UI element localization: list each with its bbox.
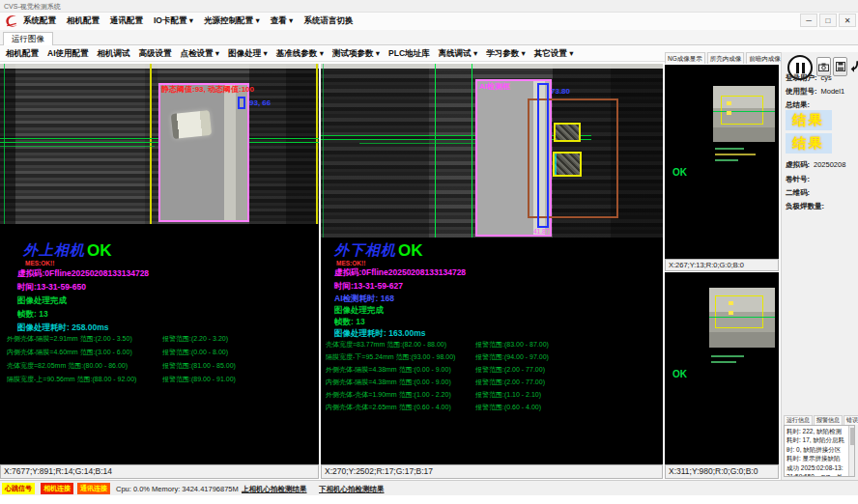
grid-line (323, 64, 324, 238)
image-top-band (0, 64, 319, 69)
measurement-row: 壳体宽度=82.05mm 范围:(80.00 - 86.00) 报警范围:(81… (7, 361, 316, 375)
thumbnail-view-bottom[interactable]: OK (665, 272, 779, 464)
alarm-range: 报警范围:(83.00 - 87.00) (475, 340, 549, 350)
comm-link-badge: 通讯连接 (77, 483, 110, 494)
thumbnail-tab[interactable]: 所亮内成像 (707, 52, 745, 64)
annotation-mark (711, 361, 736, 363)
grid-line (472, 64, 472, 238)
baseline (359, 143, 475, 144)
thumbnail-tab[interactable]: 前暗内成像 (746, 52, 784, 64)
reel-label: 卷针号: (786, 175, 810, 183)
roi-box (158, 83, 249, 222)
menu-item[interactable]: 查看 ▾ (271, 15, 294, 27)
result-badge-top: 结果 (786, 110, 832, 130)
minimize-button[interactable]: ─ (800, 14, 817, 27)
measurement-list: 壳体宽度=83.77mm 范围:(82.00 - 88.00) 报警范围:(83… (326, 340, 659, 415)
annotation-mark (715, 154, 756, 155)
toolbar-item[interactable]: 相机配置 (6, 48, 39, 60)
toolbar-item[interactable]: 学习参数 ▾ (486, 48, 526, 60)
toolbar-item[interactable]: 高级设置 (139, 48, 172, 60)
window-title: CVS-视觉检测系统 (4, 2, 61, 12)
lower-camera-result-link[interactable]: 下相机心拍检测结果 (319, 485, 385, 494)
measurement-value: 外侧壳体-隔膜=4.38mm 范围:(0.00 - 9.00) (326, 365, 451, 375)
pixel-readout-thumb-top: X:267;Y:13;R:0;G:0;B:0 (665, 259, 779, 271)
pixel-readout-thumb-bottom: X:311;Y:980;R:0;G:0;B:0 (665, 464, 779, 479)
toolbar-item[interactable]: 其它设置 ▾ (534, 48, 574, 60)
log-tab[interactable]: 报警信息 (814, 415, 843, 425)
pause-icon (796, 63, 799, 73)
camera-result-title: 外下相机OK (334, 241, 396, 260)
log-scrollbar[interactable] (848, 426, 854, 476)
measurement-list: 外侧壳体-隔膜=2.91mm 范围:(2.00 - 3.50) 报警范围:(2.… (7, 334, 316, 388)
reel-row: 卷针号: (786, 175, 814, 184)
camera-image-lower[interactable]: AI检测框 73.80 41.87 (321, 64, 663, 238)
thumbnail-view-top[interactable]: OK (665, 65, 779, 259)
defect-marker-box (553, 152, 582, 177)
toolbar-items: 相机配置AI使用配置相机调试高级设置点检设置 ▾图像处理 ▾基准线参数 ▾测试项… (6, 48, 573, 60)
thumbnail-tab[interactable]: NG成像显示 (665, 52, 705, 64)
alarm-range: 报警范围:(0.60 - 4.00) (475, 403, 541, 412)
toolbar-item[interactable]: AI使用配置 (47, 48, 89, 60)
qr-label: 二维码: (786, 188, 810, 197)
measurement-value: 壳体宽度=83.77mm 范围:(82.00 - 88.00) (326, 340, 446, 350)
annotation-mark (711, 355, 744, 357)
scrollbar-thumb[interactable] (850, 428, 854, 445)
connector-object (171, 110, 212, 139)
log-tabs: 运行信息报警信息错误信息 (784, 415, 858, 425)
toolbar-item[interactable]: 相机调试 (98, 48, 130, 60)
baseline (709, 317, 775, 318)
camera-name: 外下相机 (334, 241, 396, 258)
login-row: 登录用户:cys (786, 73, 832, 83)
toolbar-item[interactable]: 测试项参数 ▾ (332, 48, 380, 60)
camera-link-badge: 相机连接 (41, 483, 73, 494)
menu-item[interactable]: 通讯配置 (110, 15, 143, 27)
measurement-row: 外侧壳体-隔膜=2.91mm 范围:(2.00 - 3.50) 报警范围:(2.… (7, 334, 316, 348)
model-row: 使用型号:Model1 (786, 87, 844, 97)
maximize-button[interactable]: □ (819, 14, 837, 27)
neg-weld-row: 负极焊数量: (786, 202, 828, 211)
menubar: 系统配置相机配置通讯配置IO卡配置 ▾光源控制配置 ▾查看 ▾系统语言切换 ─ … (0, 13, 858, 30)
toolbar-item[interactable]: PLC地址库 (388, 48, 430, 60)
menu-item[interactable]: IO卡配置 ▾ (154, 15, 193, 27)
return-button[interactable] (849, 57, 858, 76)
model-label: 使用型号: (786, 87, 817, 96)
log-tab[interactable]: 错误信息 (844, 415, 858, 425)
alarm-range: 报警范围:(2.00 - 77.00) (475, 378, 545, 387)
camera-view-lower: AI检测框 73.80 41.87 外下相机OK MES:OK!! 虚拟码:0F… (321, 64, 663, 464)
baseline (713, 111, 775, 112)
measure-value-label: 73.80 (551, 87, 570, 96)
annotation-mark (715, 148, 744, 150)
alarm-range: 报警范围:(0.00 - 8.00) (162, 348, 228, 357)
camera-name: 外上相机 (23, 241, 85, 258)
toolbar-item[interactable]: 点检设置 ▾ (181, 48, 220, 60)
close-button[interactable]: ✕ (839, 14, 856, 27)
alarm-range: 报警范围:(1.10 - 2.10) (475, 390, 541, 400)
frame-count-line: 帧数: 13 (334, 317, 365, 328)
measure-band-box (537, 83, 549, 228)
process-done-line: 图像处理完成 (334, 305, 384, 317)
process-done-line: 图像处理完成 (17, 295, 67, 307)
measurement-value: 外侧壳体-隔膜=2.91mm 范围:(2.00 - 3.50) (7, 334, 132, 344)
measurement-row: 内侧壳体-隔膜=4.38mm 范围:(0.00 - 9.00) 报警范围:(2.… (326, 378, 659, 390)
save-button[interactable] (833, 57, 847, 76)
upper-camera-result-link[interactable]: 上相机心拍检测结果 (242, 485, 307, 494)
barcode-line: 虚拟码:0Ffline20250208133134728 (17, 268, 149, 280)
menu-item[interactable]: 系统配置 (23, 15, 56, 27)
menu-item[interactable]: 系统语言切换 (303, 15, 353, 27)
log-box[interactable]: 耗时: 222, 缺陷检测耗时: 17, 缺陷分息耗时: 0, 缺陷拼接分区耗时… (784, 425, 855, 477)
toolbar-item[interactable]: 离线调试 ▾ (439, 48, 478, 60)
toolbar-item[interactable]: 基准线参数 ▾ (276, 48, 324, 60)
menu-item[interactable]: 光源控制配置 ▾ (204, 15, 260, 27)
neg-weld-label: 负极焊数量: (786, 202, 824, 210)
menu-item[interactable]: 相机配置 (67, 15, 100, 27)
point-marker (238, 97, 245, 109)
app-logo-icon (4, 14, 19, 29)
toolbar-item[interactable]: 图像处理 ▾ (228, 48, 268, 60)
alarm-range: 报警范围:(2.20 - 3.20) (162, 334, 228, 344)
elapsed-line: 图像处理耗时: 163.00ms (334, 328, 425, 340)
measurement-value: 隔膜宽度-下=95.24mm 范围:(93.00 - 98.00) (326, 352, 455, 362)
thumb-ok-badge: OK (672, 369, 687, 379)
log-tab[interactable]: 运行信息 (784, 415, 813, 425)
disk-icon (836, 62, 845, 71)
camera-image-upper[interactable]: 静态阈值:93, 动态阈值:100 93, 66 (0, 64, 319, 224)
